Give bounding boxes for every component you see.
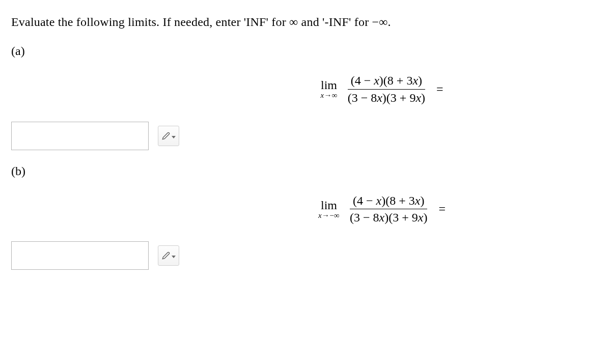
numerator: (4 − x)(8 + 3x) xyxy=(348,72,425,90)
equals-sign: = xyxy=(436,82,443,96)
part-b-label: (b) xyxy=(11,164,600,178)
part-a-label: (a) xyxy=(11,44,600,58)
chevron-down-icon xyxy=(172,256,176,258)
fraction: (4 − x)(8 + 3x) (3 − 8x)(3 + 9x) xyxy=(345,72,428,106)
part-b-answer-row xyxy=(11,241,600,270)
part-a-answer-row xyxy=(11,122,600,150)
equation-editor-button[interactable] xyxy=(158,126,179,146)
part-a-formula: lim x→∞ (4 − x)(8 + 3x) (3 − 8x)(3 + 9x)… xyxy=(11,72,600,106)
lim-subscript: x→−∞ xyxy=(318,212,340,219)
limit-operator: lim x→∞ xyxy=(320,79,337,99)
denominator: (3 − 8x)(3 + 9x) xyxy=(345,90,428,106)
chevron-down-icon xyxy=(172,136,176,138)
equals-sign: = xyxy=(438,202,446,216)
lim-text: lim xyxy=(321,199,337,211)
instructions-text: Evaluate the following limits. If needed… xyxy=(11,15,600,29)
pencil-icon xyxy=(162,132,170,140)
limit-operator: lim x→−∞ xyxy=(318,199,340,219)
lim-subscript: x→∞ xyxy=(320,92,337,99)
fraction: (4 − x)(8 + 3x) (3 − 8x)(3 + 9x) xyxy=(347,192,430,227)
part-b-answer-input[interactable] xyxy=(11,241,149,270)
part-b-formula: lim x→−∞ (4 − x)(8 + 3x) (3 − 8x)(3 + 9x… xyxy=(11,192,600,227)
numerator: (4 − x)(8 + 3x) xyxy=(350,192,427,210)
denominator: (3 − 8x)(3 + 9x) xyxy=(347,209,430,226)
part-a-answer-input[interactable] xyxy=(11,122,149,150)
pencil-icon xyxy=(162,251,170,260)
lim-text: lim xyxy=(321,79,337,91)
equation-editor-button[interactable] xyxy=(158,245,179,266)
